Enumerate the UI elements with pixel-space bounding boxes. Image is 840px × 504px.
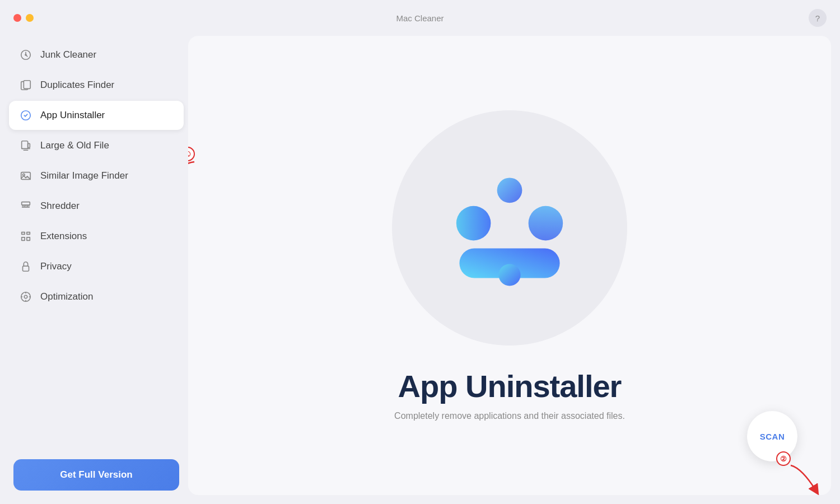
help-button[interactable]: ? xyxy=(809,9,827,27)
sidebar-item-junk-cleaner[interactable]: Junk Cleaner xyxy=(9,40,184,69)
extensions-label: Extensions xyxy=(40,231,87,242)
sidebar: Junk Cleaner Duplicates Finder xyxy=(9,36,188,495)
shredder-icon xyxy=(19,199,32,213)
app-icon-circle xyxy=(392,110,627,346)
optimization-icon xyxy=(19,290,32,304)
scan-button[interactable]: SCAN xyxy=(747,411,797,461)
main-subtitle: Completely remove applications and their… xyxy=(394,411,625,421)
annotation-1: ① xyxy=(188,147,195,161)
shredder-label: Shredder xyxy=(40,200,80,212)
svg-rect-18 xyxy=(521,199,570,248)
svg-rect-9 xyxy=(22,202,30,206)
svg-rect-5 xyxy=(22,141,28,149)
app-uninstaller-icon xyxy=(19,109,32,122)
svg-rect-3 xyxy=(24,81,30,89)
large-old-file-icon xyxy=(19,139,32,152)
main-content: ① xyxy=(188,36,831,495)
app-name: Mac Cleaner xyxy=(396,13,444,23)
similar-image-label: Similar Image Finder xyxy=(40,170,128,181)
svg-rect-10 xyxy=(23,266,29,271)
sidebar-item-privacy[interactable]: Privacy xyxy=(9,252,184,281)
sidebar-item-similar-image[interactable]: Similar Image Finder xyxy=(9,161,184,190)
sidebar-nav: Junk Cleaner Duplicates Finder xyxy=(9,36,184,450)
app-uninstaller-label: App Uninstaller xyxy=(40,110,105,121)
sidebar-item-duplicates-finder[interactable]: Duplicates Finder xyxy=(9,71,184,100)
close-button[interactable] xyxy=(13,14,21,22)
sidebar-item-shredder[interactable]: Shredder xyxy=(9,192,184,221)
minimize-button[interactable] xyxy=(26,14,34,22)
sidebar-item-large-old-file[interactable]: Large & Old File xyxy=(9,131,184,160)
privacy-label: Privacy xyxy=(40,261,72,272)
privacy-icon xyxy=(19,260,32,273)
titlebar: Mac Cleaner ? xyxy=(0,0,840,36)
sidebar-item-optimization[interactable]: Optimization xyxy=(9,282,184,311)
similar-image-icon xyxy=(19,169,32,183)
svg-point-20 xyxy=(498,264,520,286)
junk-cleaner-label: Junk Cleaner xyxy=(40,49,96,60)
svg-point-1 xyxy=(25,54,27,56)
main-layout: Junk Cleaner Duplicates Finder xyxy=(0,36,840,504)
get-full-version-button[interactable]: Get Full Version xyxy=(13,459,179,491)
junk-cleaner-icon xyxy=(19,48,32,62)
optimization-label: Optimization xyxy=(40,291,93,302)
extensions-icon xyxy=(19,230,32,243)
main-title: App Uninstaller xyxy=(398,368,622,404)
large-old-file-label: Large & Old File xyxy=(40,140,109,151)
svg-rect-17 xyxy=(449,199,498,248)
sidebar-item-extensions[interactable]: Extensions xyxy=(9,222,184,251)
app-uninstaller-main-icon xyxy=(431,150,588,306)
duplicates-finder-icon xyxy=(19,78,32,92)
sidebar-item-app-uninstaller[interactable]: App Uninstaller xyxy=(9,101,184,130)
svg-point-21 xyxy=(497,178,522,203)
svg-point-16 xyxy=(24,295,27,298)
annotation-2: ② xyxy=(776,451,791,466)
duplicates-finder-label: Duplicates Finder xyxy=(40,80,114,91)
svg-rect-6 xyxy=(28,143,30,147)
traffic-lights xyxy=(13,14,34,22)
